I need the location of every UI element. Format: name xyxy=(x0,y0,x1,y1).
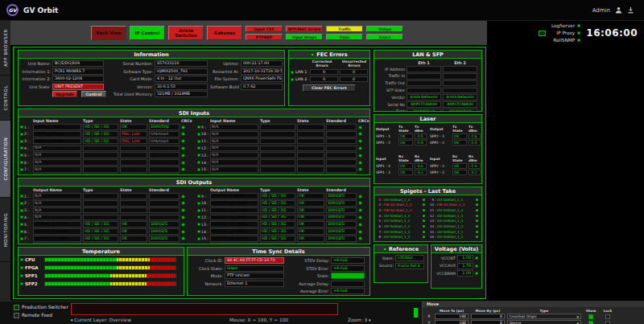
move-to-input[interactable]: 100 xyxy=(435,314,469,319)
lock-checkbox[interactable] xyxy=(605,321,610,324)
sdi-name: INPUT_2_NAME xyxy=(33,131,81,137)
clear-fec-errors-button[interactable]: Clear FEC Errors xyxy=(303,84,356,92)
status-area: LogServerIP ProxyRollSNMP 16:06:00 xyxy=(487,21,644,45)
sdi-name: OUTPUT_14_NAME xyxy=(210,228,258,235)
sidebar: APP BROWSERCONTROLCONFIGURATIONMONITORIN… xyxy=(0,21,10,301)
move-by-input[interactable]: 0 xyxy=(471,314,505,319)
layer-item-production-switcher[interactable]: Production Switcher xyxy=(14,304,68,310)
sdi-row-index: 7 : xyxy=(20,167,31,171)
toolbar-button-arista-switches[interactable]: Arista Switches xyxy=(168,26,204,40)
timeline-box[interactable] xyxy=(71,303,338,315)
spigot-number: 5 : xyxy=(376,219,383,223)
sdi-row-index: 15 : xyxy=(197,236,208,240)
toolbar-button-input-crc[interactable]: Input CRC xyxy=(246,26,283,32)
sdi-row: 1 :INPUT_1_NAMEHD / SD / 3GOK1080/50p xyxy=(20,124,194,130)
row-number: 3 : xyxy=(24,208,29,212)
row-number: 6 : xyxy=(24,161,29,165)
info-row: Card Mode:4 In - 12 Out xyxy=(111,76,208,82)
row-label: IP Address xyxy=(376,68,405,72)
temp-row-sfp2: SFP2 xyxy=(20,281,182,286)
sdi-row-index: 5 : xyxy=(20,223,31,227)
spigot-last-take: GV-3GStart_1_1 xyxy=(384,219,422,223)
laser-state: OK xyxy=(452,140,467,146)
toolbar-button-rtp-mac-errors[interactable]: RTP/MAC Errors xyxy=(286,26,323,32)
crc-ok-icon xyxy=(181,167,185,171)
service-status-rollsnmp: RollSNMP xyxy=(551,37,580,43)
sdi-type xyxy=(260,138,295,145)
temp-status-led xyxy=(20,266,23,269)
crc-ok-icon xyxy=(358,230,362,234)
sidebar-item-configuration[interactable]: CONFIGURATION xyxy=(0,121,10,198)
field-value: PCR1 MVWRS 7 xyxy=(52,68,104,75)
spigot-number: 13 : xyxy=(429,219,436,223)
field-label: Average Delay: xyxy=(287,281,329,286)
sdi-type: HD / SD / 3G xyxy=(83,221,118,228)
axis-label: Y xyxy=(426,321,432,324)
current-layer-label[interactable]: ▾ Current Layer: Overview xyxy=(71,318,131,322)
toolbar-button-traffic[interactable]: Traffic xyxy=(326,26,363,32)
toolbar-button-ptprrp[interactable]: PTPRRP xyxy=(246,34,283,40)
sdi-row-index: 14 : xyxy=(197,230,208,234)
sdi-name: N/A xyxy=(210,138,258,145)
column-header: Standard xyxy=(326,119,357,123)
reference-status-led xyxy=(383,248,386,251)
download-icon[interactable] xyxy=(627,6,634,14)
sdi-standard xyxy=(149,146,180,152)
splitter-handle[interactable] xyxy=(414,308,418,318)
toolbar-button-kahunas[interactable]: Kahunas xyxy=(207,26,242,40)
show-checkbox[interactable]: ✓ xyxy=(588,314,593,319)
sdi-type: HD / SD / 3G xyxy=(260,228,295,235)
toolbar-button-group: RTP/MAC ErrorsInput Drops xyxy=(286,26,323,40)
temp-bar xyxy=(44,265,176,270)
zoom-level[interactable]: Zoom: 3 ▾ xyxy=(348,318,371,322)
layer-label: Remote Feed xyxy=(22,313,52,318)
toolbar-button-fans[interactable]: Fans xyxy=(326,34,363,40)
channel-status-led xyxy=(197,125,200,129)
sdi-type xyxy=(83,159,118,166)
spigot-number: 7 : xyxy=(376,230,383,234)
crc-ok-icon xyxy=(181,223,185,227)
user-icon[interactable] xyxy=(615,6,622,14)
layer-label: Production Switcher xyxy=(22,305,68,310)
type-select-value: Crosshair Origin xyxy=(510,314,537,318)
row-number: 1 : xyxy=(24,125,29,129)
crc-ok-icon xyxy=(181,201,185,205)
move-by-input[interactable]: 0 xyxy=(471,320,505,324)
channel-status-led xyxy=(20,168,23,171)
control-button[interactable]: Control xyxy=(81,91,106,97)
sdi-outputs-panel: SDI Outputs Output NameTypeStateStandard… xyxy=(18,178,370,244)
field-label: VCCAUX xyxy=(433,264,456,268)
row-number: 2 : xyxy=(24,132,29,136)
show-checkbox[interactable]: ✓ xyxy=(588,321,593,324)
lock-checkbox[interactable] xyxy=(605,314,610,319)
channel-status-led xyxy=(197,168,200,171)
log-monitor-icon[interactable] xyxy=(539,31,546,36)
spigot-row: 4 :GV-3GStart_1_1 xyxy=(376,213,427,219)
sdi-state xyxy=(120,215,147,221)
move-to-input[interactable]: 100 xyxy=(435,320,469,324)
sdi-name: N/A xyxy=(33,207,81,214)
toolbar-button-temps[interactable]: Temps xyxy=(366,26,403,32)
laser-table: InputRx StateRx dBmSFP2 - 1OK-2.9SFP2 - … xyxy=(430,154,481,182)
sidebar-item-control[interactable]: CONTROL xyxy=(0,76,10,121)
sdi-row: 5 :N/A xyxy=(20,152,194,158)
voltage-row-vccbram: VCCBRAM1.00 xyxy=(433,270,480,277)
toolbar-button-input-drops[interactable]: Input Drops xyxy=(286,34,323,40)
type-select[interactable]: Device▾ xyxy=(507,320,581,324)
temp-row-sfp1: SFP1 xyxy=(20,273,182,278)
type-select[interactable]: Crosshair Origin▾ xyxy=(507,314,581,319)
sdi-row-index: 9 : xyxy=(197,125,208,129)
channel-status-led xyxy=(20,230,23,233)
toolbar-button-ip-control[interactable]: IP Control xyxy=(130,26,165,40)
spigot-status-led xyxy=(423,219,425,222)
toolbar-button-rears[interactable]: Rears xyxy=(366,34,403,40)
sidebar-item-monitoring[interactable]: MONITORING xyxy=(0,198,10,262)
sidebar-item-app-browser[interactable]: APP BROWSER xyxy=(0,21,10,76)
row-number: 10 : xyxy=(201,132,208,136)
field-label: Uptime: xyxy=(210,61,239,66)
layer-item-remote-feed[interactable]: Remote Feed xyxy=(14,312,68,318)
sdi-type xyxy=(260,152,295,158)
upgrade-button[interactable]: Upgrade xyxy=(52,91,77,97)
laser-header-row: OutputTx StateTx dBm xyxy=(430,125,481,133)
toolbar-button-rack-view[interactable]: Rack View xyxy=(91,26,126,40)
